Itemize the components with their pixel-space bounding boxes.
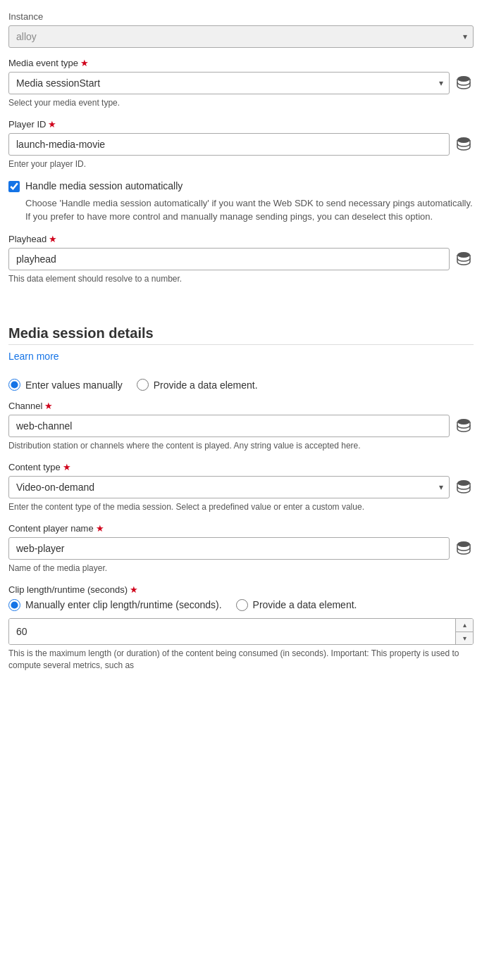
content-player-name-input-row bbox=[8, 537, 474, 560]
data-element-radio-option[interactable]: Provide a data element. bbox=[137, 379, 258, 391]
data-element-radio-input[interactable] bbox=[137, 379, 149, 391]
clip-length-spinners: ▴ ▾ bbox=[455, 619, 473, 644]
data-element-radio-label: Provide a data element. bbox=[154, 379, 258, 391]
spacer bbox=[8, 294, 474, 308]
input-mode-radio-group: Enter values manually Provide a data ele… bbox=[8, 379, 474, 391]
clip-length-helper: This is the maximum length (or duration)… bbox=[8, 648, 474, 672]
content-player-name-required: ★ bbox=[96, 523, 104, 534]
channel-helper: Distribution station or channels where t… bbox=[8, 440, 474, 452]
instance-field: Instance ▾ bbox=[8, 11, 474, 48]
clip-length-field: Clip length/runtime (seconds) ★ Manually… bbox=[8, 584, 474, 672]
handle-media-session-description: Choose 'Handle media session automatical… bbox=[25, 196, 474, 224]
svg-point-3 bbox=[457, 419, 470, 425]
playhead-required: ★ bbox=[49, 234, 57, 244]
channel-input-row bbox=[8, 415, 474, 437]
manual-radio-option[interactable]: Enter values manually bbox=[8, 379, 123, 391]
clip-length-input[interactable] bbox=[9, 619, 455, 644]
playhead-input-row bbox=[8, 248, 474, 270]
channel-required: ★ bbox=[44, 401, 53, 411]
player-id-input-row bbox=[8, 133, 474, 156]
player-id-required: ★ bbox=[48, 119, 56, 130]
content-player-name-label: Content player name ★ bbox=[8, 523, 474, 534]
learn-more-link[interactable]: Learn more bbox=[8, 351, 59, 362]
player-id-helper: Enter your player ID. bbox=[8, 158, 474, 170]
instance-select-wrapper[interactable]: ▾ bbox=[8, 25, 474, 48]
media-session-details-title: Media session details bbox=[8, 325, 474, 341]
manual-radio-input[interactable] bbox=[8, 379, 20, 391]
clip-length-data-element-radio-option[interactable]: Provide a data element. bbox=[236, 599, 357, 611]
clip-length-label: Clip length/runtime (seconds) ★ bbox=[8, 584, 474, 595]
channel-field: Channel ★ Distribution station or channe… bbox=[8, 401, 474, 452]
content-type-input[interactable] bbox=[9, 477, 433, 498]
handle-media-session-checkbox[interactable] bbox=[8, 181, 20, 192]
clip-length-input-wrapper[interactable]: ▴ ▾ bbox=[8, 618, 474, 645]
handle-media-session-field: Handle media session automatically Choos… bbox=[8, 180, 474, 224]
media-event-type-label: Media event type ★ bbox=[8, 58, 474, 68]
playhead-input[interactable] bbox=[8, 248, 450, 270]
handle-media-session-label[interactable]: Handle media session automatically bbox=[25, 180, 183, 191]
clip-length-increment-button[interactable]: ▴ bbox=[456, 619, 473, 632]
content-type-chevron-icon: ▾ bbox=[433, 482, 449, 492]
clip-length-data-element-radio-input[interactable] bbox=[236, 599, 248, 611]
playhead-db-icon[interactable] bbox=[454, 249, 474, 269]
media-event-type-input-row: ▾ bbox=[8, 72, 474, 94]
instance-input[interactable] bbox=[9, 26, 457, 47]
player-id-input[interactable] bbox=[8, 133, 450, 156]
player-id-label: Player ID ★ bbox=[8, 119, 474, 130]
media-event-type-field: Media event type ★ ▾ Select your media e… bbox=[8, 58, 474, 109]
manual-radio-label: Enter values manually bbox=[25, 379, 123, 391]
content-player-name-helper: Name of the media player. bbox=[8, 563, 474, 574]
content-player-name-db-icon[interactable] bbox=[454, 539, 474, 558]
instance-select-row: ▾ bbox=[8, 25, 474, 48]
media-event-type-select-wrapper[interactable]: ▾ bbox=[8, 72, 450, 94]
clip-length-input-row: ▴ ▾ bbox=[8, 618, 474, 645]
clip-length-data-element-radio-label: Provide a data element. bbox=[253, 599, 357, 610]
media-event-type-input[interactable] bbox=[9, 73, 433, 94]
svg-point-1 bbox=[457, 137, 470, 143]
handle-media-session-row: Handle media session automatically bbox=[8, 180, 474, 192]
content-player-name-field: Content player name ★ Name of the media … bbox=[8, 523, 474, 574]
media-event-type-db-icon[interactable] bbox=[454, 73, 474, 93]
content-type-helper: Enter the content type of the media sess… bbox=[8, 501, 474, 513]
clip-length-required: ★ bbox=[130, 584, 138, 595]
content-type-select-wrapper[interactable]: ▾ bbox=[8, 476, 450, 498]
player-id-field: Player ID ★ Enter your player ID. bbox=[8, 119, 474, 170]
content-player-name-input[interactable] bbox=[8, 537, 450, 560]
media-event-type-helper: Select your media event type. bbox=[8, 97, 474, 109]
clip-length-manual-radio-option[interactable]: Manually enter clip length/runtime (seco… bbox=[8, 599, 222, 611]
clip-length-decrement-button[interactable]: ▾ bbox=[456, 632, 473, 644]
media-session-details-section: Media session details Learn more bbox=[8, 325, 474, 372]
content-type-label: Content type ★ bbox=[8, 462, 474, 472]
content-type-required: ★ bbox=[63, 462, 71, 472]
content-type-select-row: ▾ bbox=[8, 476, 474, 498]
instance-label: Instance bbox=[8, 11, 474, 22]
svg-point-4 bbox=[457, 480, 470, 486]
instance-chevron-icon: ▾ bbox=[457, 32, 473, 42]
svg-point-2 bbox=[457, 252, 470, 258]
content-type-field: Content type ★ ▾ Enter the content type … bbox=[8, 462, 474, 513]
channel-label: Channel ★ bbox=[8, 401, 474, 411]
media-event-type-required: ★ bbox=[80, 58, 89, 68]
clip-length-manual-radio-label: Manually enter clip length/runtime (seco… bbox=[25, 599, 222, 610]
channel-input[interactable] bbox=[8, 415, 450, 437]
section-divider bbox=[8, 344, 474, 345]
svg-point-0 bbox=[457, 76, 470, 82]
channel-db-icon[interactable] bbox=[454, 416, 474, 436]
content-type-db-icon[interactable] bbox=[454, 477, 474, 497]
media-event-type-chevron-icon: ▾ bbox=[433, 78, 449, 88]
playhead-helper: This data element should resolve to a nu… bbox=[8, 273, 474, 285]
playhead-field: Playhead ★ This data element should reso… bbox=[8, 234, 474, 285]
player-id-db-icon[interactable] bbox=[454, 134, 474, 154]
svg-point-5 bbox=[457, 541, 470, 547]
playhead-label: Playhead ★ bbox=[8, 234, 474, 244]
clip-length-manual-radio-input[interactable] bbox=[8, 599, 20, 611]
clip-length-radio-group: Manually enter clip length/runtime (seco… bbox=[8, 599, 474, 611]
